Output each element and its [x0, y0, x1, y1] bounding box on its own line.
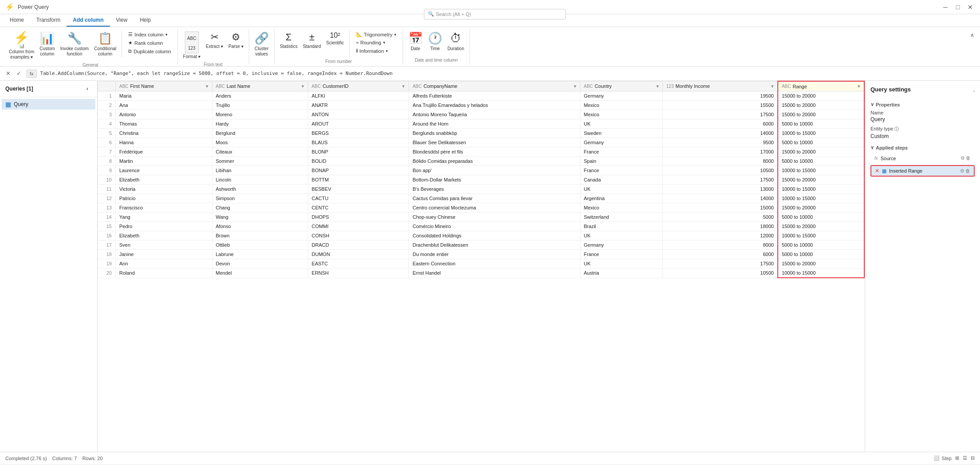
duplicate-column-button[interactable]: ⧉ Duplicate column — [125, 47, 173, 55]
column-from-examples-button[interactable]: ⚡📊 Column fromexamples ▾ — [7, 31, 36, 61]
view-layout-icon: ⊟ — [971, 455, 975, 461]
time-icon: 🕐 — [428, 32, 442, 45]
statistics-button[interactable]: Σ Statistics — [278, 31, 299, 50]
duration-button[interactable]: ⏱ Duration — [446, 31, 466, 52]
monthly-income-cell: 19500 — [662, 91, 778, 101]
maximize-button[interactable]: □ — [953, 3, 962, 12]
company-name-cell: Bon app' — [409, 166, 580, 175]
last-name-cell: Mendel — [212, 268, 308, 278]
col-header-first-name: ABC First Name ▾ — [116, 81, 212, 91]
customer-id-dropdown[interactable]: ▾ — [402, 83, 405, 89]
country-cell: Switzerland — [580, 213, 662, 222]
rounding-label: Rounding — [361, 40, 381, 45]
trig-dropdown-icon[interactable]: ▾ — [394, 32, 396, 37]
country-dropdown[interactable]: ▾ — [656, 83, 659, 89]
applied-steps-title: ∨ Applied steps — [870, 145, 975, 150]
company-name-type-icon: ABC — [412, 84, 422, 89]
monthly-income-dropdown[interactable]: ▾ — [771, 83, 774, 89]
row-number-cell: 13 — [98, 203, 116, 213]
rounding-button[interactable]: ≈ Rounding ▾ — [353, 39, 399, 46]
format-icon: ABC123 — [185, 32, 199, 53]
conditional-column-button[interactable]: 📋 Conditionalcolumn — [92, 31, 118, 58]
rounding-dropdown-icon[interactable]: ▾ — [383, 40, 385, 45]
view-grid-button[interactable]: ⊞ — [955, 455, 959, 461]
range-cell: 15000 to 20000 — [778, 110, 864, 119]
step-inserted-range[interactable]: ✕ ▦ Inserted Range ⚙ 🗑 — [870, 165, 975, 177]
minimize-button[interactable]: ─ — [941, 3, 950, 12]
general-small-buttons: ☰ Index column ▾ ★ Rank column ⧉ Duplica… — [125, 31, 173, 55]
extract-button[interactable]: ✂ Extract ▾ — [204, 31, 225, 50]
format-button[interactable]: ABC123 Format ▾ — [181, 31, 202, 60]
standard-button[interactable]: ± Standard — [301, 31, 323, 50]
step-source-delete-icon[interactable]: 🗑 — [966, 155, 971, 161]
range-dropdown[interactable]: ▾ — [858, 83, 860, 89]
company-name-dropdown[interactable]: ▾ — [574, 83, 576, 89]
duplicate-icon: ⧉ — [128, 48, 132, 54]
step-source[interactable]: fx Source ⚙ 🗑 — [870, 153, 975, 163]
last-name-type-icon: ABC — [216, 84, 225, 89]
fx-label: fx — [27, 70, 37, 78]
tab-view[interactable]: View — [110, 14, 134, 27]
first-name-cell: Elizabeth — [116, 231, 212, 240]
formula-confirm-button[interactable]: ✓ — [14, 69, 23, 78]
view-table-button[interactable]: ☰ — [963, 455, 967, 461]
custom-column-button[interactable]: 📊 Customcolumn — [38, 31, 56, 58]
ribbon-group-cluster: 🔗 Clustervalues — [249, 29, 274, 64]
tab-transform[interactable]: Transform — [30, 14, 67, 27]
tab-home[interactable]: Home — [4, 14, 30, 27]
parse-button[interactable]: ⚙ Parse ▾ — [227, 31, 245, 50]
settings-expand-icon[interactable]: › — [973, 89, 975, 94]
monthly-income-cell: 10500 — [662, 166, 778, 175]
step-source-settings-icon[interactable]: ⚙ — [960, 155, 965, 161]
range-cell: 10000 to 15000 — [778, 194, 864, 203]
table-row: 16 Elizabeth Brown CONSH Consolidated Ho… — [98, 231, 865, 240]
country-cell: Spain — [580, 157, 662, 166]
first-name-dropdown[interactable]: ▾ — [206, 83, 208, 89]
tab-add-column[interactable]: Add column — [67, 14, 110, 27]
cluster-values-button[interactable]: 🔗 Clustervalues — [253, 31, 270, 58]
steps-list: fx Source ⚙ 🗑 ✕ ▦ Inserted Range ⚙ 🗑 — [870, 153, 975, 177]
trig-icon: 📐 — [356, 32, 362, 37]
index-column-button[interactable]: ☰ Index column ▾ — [125, 31, 173, 38]
rank-column-button[interactable]: ★ Rank column — [125, 39, 173, 47]
scientific-button[interactable]: 10² Scientific — [324, 31, 345, 47]
row-number-header — [98, 81, 116, 91]
view-layout-button[interactable]: ⊟ — [971, 455, 975, 461]
trigonometry-button[interactable]: 📐 Trigonometry ▾ — [353, 31, 399, 38]
statistics-icon: Σ — [286, 32, 292, 43]
information-button[interactable]: ℹ Information ▾ — [353, 47, 399, 55]
properties-chevron[interactable]: ∨ — [870, 102, 874, 107]
queries-collapse-button[interactable]: ‹ — [83, 84, 92, 93]
tab-help[interactable]: Help — [133, 14, 157, 27]
invoke-custom-function-button[interactable]: 🔧 Invoke customfunction — [59, 31, 90, 58]
company-name-cell: Cactus Comidas para llevar — [409, 194, 580, 203]
monthly-income-cell: 14000 — [662, 129, 778, 138]
information-dropdown-icon[interactable]: ▾ — [386, 49, 388, 53]
date-button[interactable]: 📅 Date — [407, 31, 424, 52]
table-row: 13 Franscisco Chang CENTC Centro comerci… — [98, 203, 865, 213]
company-name-cell: Around the Horn — [409, 119, 580, 129]
query-item[interactable]: ▦ Query — [2, 99, 95, 110]
company-name-cell: Blondesddsl père et fils — [409, 147, 580, 157]
completed-status: Completed (2.76 s) — [5, 456, 47, 461]
step-range-delete-icon[interactable]: 🗑 — [965, 168, 970, 174]
ribbon-collapse-button[interactable]: ∧ — [968, 31, 976, 39]
search-bar[interactable]: 🔍 Search (Alt + Q) — [424, 9, 566, 20]
title-bar: ⚡ Power Query 🔍 Search (Alt + Q) ─ □ ✕ — [0, 0, 980, 14]
last-name-dropdown[interactable]: ▾ — [302, 83, 304, 89]
step-button[interactable]: ⬜ Step — [933, 455, 952, 461]
monthly-income-cell: 15500 — [662, 101, 778, 110]
country-cell: Mexico — [580, 203, 662, 213]
steps-chevron[interactable]: ∨ — [870, 145, 874, 150]
time-button[interactable]: 🕐 Time — [426, 31, 444, 52]
step-range-settings-icon[interactable]: ⚙ — [960, 168, 964, 174]
formula-cancel-button[interactable]: ✕ — [4, 69, 12, 78]
close-button[interactable]: ✕ — [966, 3, 975, 12]
formula-input[interactable] — [40, 71, 976, 76]
monthly-income-cell: 6000 — [662, 119, 778, 129]
range-cell: 10000 to 15000 — [778, 268, 864, 278]
index-dropdown-icon[interactable]: ▾ — [165, 32, 168, 37]
cluster-group-items: 🔗 Clustervalues — [253, 31, 270, 61]
country-cell: UK — [580, 259, 662, 268]
extract-label: Extract ▾ — [206, 44, 223, 49]
